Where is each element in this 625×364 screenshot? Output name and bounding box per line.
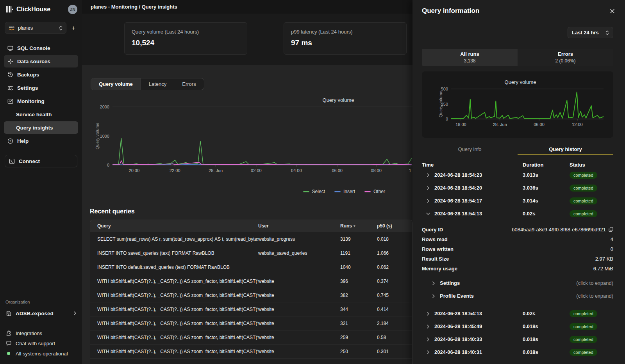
column-header-query[interactable]: Query — [90, 223, 258, 229]
connect-icon — [9, 158, 15, 164]
status-badge: completed — [570, 172, 597, 179]
settings-expander[interactable]: Settings (click to expand) — [422, 277, 613, 289]
p50-cell: 0.301 — [377, 349, 412, 354]
chart-tabs: Query volume Latency Errors — [91, 78, 204, 90]
sidebar-item-label: SQL Console — [17, 45, 50, 51]
sidebar-item-monitoring[interactable]: Monitoring — [4, 95, 78, 107]
copy-icon[interactable] — [609, 227, 613, 232]
column-header-user[interactable]: User — [258, 223, 340, 229]
svg-text:0: 0 — [107, 163, 109, 167]
legend-dash-icon — [364, 191, 371, 192]
organization-selector[interactable]: ADSB.exposed — [0, 307, 82, 319]
history-row[interactable]: 2024-06-28 18:40:33 0.018s completed — [422, 333, 613, 346]
history-row[interactable]: 2024-06-28 18:45:49 0.018s completed — [422, 320, 613, 333]
expand-chevron-icon[interactable] — [425, 173, 431, 178]
svg-text:22:00: 22:00 — [170, 168, 180, 173]
detail-label: Rows read — [422, 236, 448, 242]
user-avatar[interactable]: ZN — [68, 5, 77, 14]
table-row[interactable]: WITH bitShiftLeft(CAST(?..), _CAST(?..))… — [90, 330, 412, 344]
query-cell: INSERT INTO default.saved_queries (text)… — [90, 265, 258, 270]
detail-row-memory-usage: Memory usage 6.72 MiB — [422, 264, 613, 273]
query-volume-stat-card: Query volume (Last 24 hours) 10,524 — [124, 22, 247, 55]
expand-chevron-icon[interactable] — [425, 186, 431, 190]
sidebar-item-data-sources[interactable]: Data sources — [4, 55, 78, 67]
tab-query-volume[interactable]: Query volume — [91, 78, 141, 90]
time-range-select[interactable]: Last 24 hrs — [568, 27, 613, 38]
sort-desc-icon: ▾ — [354, 224, 355, 228]
svg-text:06:00: 06:00 — [332, 168, 343, 173]
sidebar-item-service-health[interactable]: Service health — [4, 108, 78, 121]
segment-all-runs[interactable]: All runs 3,138 — [422, 49, 518, 66]
user-cell: website_saved_queries — [258, 250, 340, 256]
legend-item[interactable]: Insert — [334, 189, 355, 194]
aws-icon: aws — [9, 25, 15, 31]
recent-queries-title: Recent queries — [90, 208, 412, 215]
add-service-button[interactable]: + — [70, 24, 77, 32]
expand-chevron-icon[interactable] — [425, 311, 431, 316]
history-row[interactable]: 2024-06-28 18:40:31 0.018s completed — [422, 346, 613, 359]
history-row[interactable]: 2024-06-28 18:54:17 3.014s completed — [422, 194, 613, 207]
table-row[interactable]: WITH bitShiftLeft(CAST(?..), _CAST(?..))… — [90, 274, 412, 288]
expand-chevron-icon[interactable] — [426, 211, 430, 217]
table-row[interactable]: INSERT INTO default.saved_queries (text)… — [90, 260, 412, 274]
svg-text:Query volume: Query volume — [438, 91, 443, 117]
sidebar-item-query-insights[interactable]: Query insights — [4, 121, 78, 134]
p50-cell: 0.374 — [377, 279, 412, 284]
column-header-p50[interactable]: p50 (s) — [377, 223, 412, 229]
mini-query-volume-card: 025050018:0028. Jun06:0012:00Query volum… — [422, 71, 613, 138]
history-row[interactable]: 2024-06-28 18:54:13 0.02s completed — [422, 207, 613, 220]
expand-chevron-icon[interactable] — [425, 199, 431, 203]
tab-latency[interactable]: Latency — [141, 78, 175, 90]
history-row[interactable]: 2024-06-28 18:54:13 0.02s completed — [422, 307, 613, 320]
svg-text:28. Jun: 28. Jun — [209, 168, 223, 173]
chat-support-link[interactable]: Chat with support — [0, 338, 82, 348]
expand-chevron-icon[interactable] — [425, 324, 431, 329]
history-row[interactable]: 2024-06-28 18:54:23 3.013s completed — [422, 169, 613, 181]
history-time: 2024-06-28 18:54:17 — [434, 198, 523, 204]
detail-row-rows-written: Rows written 0 — [422, 244, 613, 254]
expand-chevron-icon[interactable] — [425, 337, 431, 342]
runs-errors-segments: All runs 3,138 Errors 2 (0.06%) — [422, 49, 613, 66]
workspace-selector[interactable]: aws planes — [5, 22, 66, 34]
updown-chevron-icon — [59, 25, 62, 31]
tab-query-info[interactable]: Query info — [422, 144, 518, 155]
runs-cell: 382 — [340, 293, 377, 298]
column-header-runs[interactable]: Runs▾ — [340, 223, 377, 229]
organization-name: ADSB.exposed — [16, 311, 54, 316]
legend-item[interactable]: Select — [303, 189, 325, 194]
segment-label: All runs — [460, 51, 479, 57]
table-row[interactable]: INSERT INTO saved_queries (text) FORMAT … — [90, 246, 412, 260]
integrations-link[interactable]: Integrations — [0, 328, 82, 338]
sidebar-item-settings[interactable]: Settings — [4, 82, 78, 94]
runs-cell: 344 — [340, 307, 377, 312]
table-row-partial — [90, 358, 412, 364]
profile-events-expander[interactable]: Profile Events (click to expand) — [422, 289, 613, 302]
system-status[interactable]: All systems operational — [0, 348, 82, 359]
user-cell: website — [258, 279, 340, 284]
detail-row-result-size: Result Size 2.97 KB — [422, 254, 613, 264]
table-row[interactable]: WITH bitShiftLeft(CAST(?..), _CAST(?..))… — [90, 316, 412, 330]
status-badge: completed — [570, 323, 597, 330]
legend-item[interactable]: Other — [364, 189, 385, 194]
sidebar-item-help[interactable]: ? Help — [4, 135, 78, 147]
history-time: 2024-06-28 18:54:23 — [434, 172, 523, 178]
system-status-label: All systems operational — [16, 351, 68, 357]
connect-button[interactable]: Connect — [5, 155, 77, 167]
sidebar-item-sql-console[interactable]: SQL Console — [4, 42, 78, 54]
history-row[interactable]: 2024-06-28 18:54:20 3.036s completed — [422, 181, 613, 194]
expand-chevron-icon[interactable] — [425, 350, 431, 355]
tab-errors[interactable]: Errors — [174, 78, 204, 90]
table-row[interactable]: SELECT sum(read_rows) AS r, sum(total_ro… — [90, 232, 412, 246]
tab-query-history[interactable]: Query history — [518, 144, 613, 155]
table-row[interactable]: WITH bitShiftLeft(CAST(?..), _CAST(?..))… — [90, 302, 412, 316]
table-header-row: Query User Runs▾ p50 (s) — [90, 220, 412, 232]
sidebar-item-backups[interactable]: Backups — [4, 68, 78, 81]
sidebar-item-label: Help — [17, 138, 29, 144]
close-icon[interactable] — [610, 9, 615, 14]
user-cell: website — [258, 293, 340, 298]
segment-errors[interactable]: Errors 2 (0.06%) — [518, 49, 613, 66]
table-row[interactable]: WITH bitShiftLeft(CAST(?..), _CAST(?..))… — [90, 288, 412, 302]
status-badge: completed — [570, 197, 597, 204]
runs-cell: 1191 — [340, 250, 377, 256]
table-row[interactable]: WITH bitShiftLeft(CAST(?..), _CAST(?..))… — [90, 344, 412, 358]
